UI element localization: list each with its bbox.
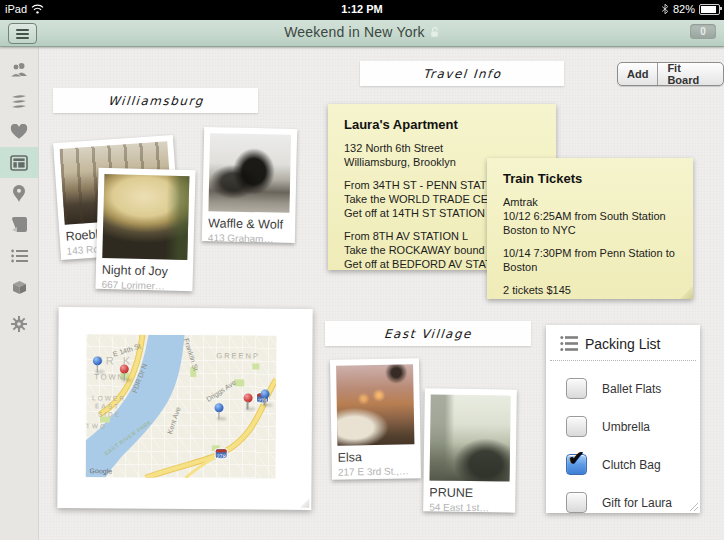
checklist-label: Ballet Flats: [602, 382, 661, 396]
board-canvas[interactable]: Williamsburg Travel Info East Village Ad…: [0, 0, 724, 540]
photo-card-waffle-and-wolf[interactable]: Waffle & Wolf 413 Graham…: [202, 127, 297, 243]
list-icon: [11, 249, 28, 263]
sidebar-item-boards[interactable]: [0, 147, 38, 178]
group-label-text: East Village: [383, 327, 472, 341]
checklist-label: Clutch Bag: [602, 458, 661, 472]
unlock-icon: [429, 26, 440, 38]
list-icon: [560, 335, 578, 352]
packing-list-title: Packing List: [585, 336, 660, 352]
photo-address: 217 E 3rd St.,…: [338, 465, 415, 477]
checklist-item: ✔ Ballet Flats: [566, 378, 700, 399]
note-line: 2 tickets $145: [503, 283, 677, 297]
map-pin-icon: [12, 185, 26, 202]
checkbox-ballet-flats[interactable]: ✔: [566, 378, 587, 399]
checklist-item: ✔ Gift for Laura: [566, 492, 700, 513]
map-card[interactable]: E 14th St FDR Dr N Franklin St Kent Ave …: [57, 307, 312, 510]
map-image: E 14th St FDR Dr N Franklin St Kent Ave …: [86, 334, 277, 478]
map-area-label: SIDE: [98, 410, 121, 417]
add-button[interactable]: Add: [618, 63, 657, 85]
board-title-row[interactable]: Weekend in New York: [0, 24, 724, 40]
highway-shield-278: 278: [215, 448, 228, 459]
red-map-pin: [243, 394, 252, 403]
bluetooth-icon: [661, 3, 669, 15]
checkbox-umbrella[interactable]: ✔: [566, 416, 587, 437]
map-area-label: EAST: [95, 402, 120, 409]
checklist-item: ✔ Clutch Bag: [566, 454, 700, 475]
blue-map-pin: [260, 389, 269, 398]
sidebar-item-settings[interactable]: [0, 308, 38, 339]
photo-card-prune[interactable]: PRUNE 54 East 1st…: [423, 388, 517, 512]
group-label-text: Travel Info: [422, 67, 502, 81]
note-line: 10/14 7:30PM from Penn Station to Boston: [503, 246, 677, 274]
photo-card-elsa[interactable]: Elsa 217 E 3rd St.,…: [330, 358, 421, 480]
clock: 1:12 PM: [0, 3, 724, 15]
title-bar: Weekend in New York 0: [0, 20, 724, 47]
photo-address: 54 East 1st…: [429, 501, 509, 513]
checklist-label: Umbrella: [602, 420, 650, 434]
sidebar: [0, 46, 39, 540]
map-area-label: TWO: [86, 422, 107, 429]
red-map-pin: [120, 364, 129, 373]
note-line: [503, 274, 677, 283]
photo-title: Night of Joy: [102, 263, 187, 279]
sidebar-item-collaborators[interactable]: [0, 54, 38, 85]
note-icon: [11, 217, 27, 232]
fit-board-button[interactable]: Fit Board: [657, 63, 723, 85]
sidebar-item-places[interactable]: [0, 178, 38, 209]
photo-title: Waffle & Wolf: [208, 216, 289, 232]
photo-card-night-of-joy[interactable]: Night of Joy 667 Lorimer…: [95, 168, 195, 291]
heart-icon: [10, 124, 28, 140]
blue-map-pin: [93, 357, 102, 366]
sidebar-item-notes[interactable]: [0, 209, 38, 240]
note-title: Train Tickets: [503, 171, 677, 186]
box-icon: [11, 279, 28, 294]
photo-address: 413 Graham…: [208, 232, 289, 245]
photo-title: PRUNE: [429, 485, 509, 500]
photo-elsa: [336, 364, 414, 445]
note-line: [503, 237, 677, 246]
sidebar-item-lists[interactable]: [0, 240, 38, 271]
map-area-label: GREENP: [216, 351, 260, 360]
group-label-text: Williamsburg: [107, 94, 204, 108]
checklist-label: Gift for Laura: [602, 496, 672, 510]
map-area-label: LOWER: [92, 394, 126, 401]
board-icon: [10, 155, 28, 171]
sidebar-item-archive[interactable]: [0, 271, 38, 302]
app-window: iPad 1:12 PM 82% Weekend in New York: [0, 0, 724, 540]
layers-icon: [10, 94, 28, 108]
battery-icon: [699, 4, 720, 15]
photo-waffle-and-wolf: [208, 133, 291, 213]
page-title: Weekend in New York: [284, 24, 425, 40]
group-label-travel-info[interactable]: Travel Info: [360, 61, 564, 86]
sticky-note-train-tickets[interactable]: Train Tickets Amtrak 10/12 6:25AM from S…: [487, 158, 693, 299]
note-line: 10/12 6:25AM from South Station Boston t…: [503, 209, 677, 237]
sidebar-item-layers[interactable]: [0, 85, 38, 116]
packing-list-card[interactable]: Packing List ✔ Ballet Flats ✔ Umbrella ✔…: [546, 325, 700, 513]
checklist-item: ✔ Umbrella: [566, 416, 700, 437]
photo-title: Elsa: [338, 449, 415, 464]
board-actions: Add Fit Board: [617, 62, 724, 86]
group-label-williamsburg[interactable]: Williamsburg: [53, 88, 258, 113]
blue-map-pin: [214, 403, 223, 412]
gear-icon: [11, 316, 27, 332]
photo-prune: [430, 394, 511, 481]
checkbox-clutch-bag[interactable]: ✔: [566, 454, 587, 475]
photo-address: 667 Lorimer…: [101, 279, 186, 292]
checkbox-gift-for-laura[interactable]: ✔: [566, 492, 587, 513]
photo-night-of-joy: [102, 174, 189, 260]
note-line: 132 North 6th Street: [344, 141, 540, 155]
battery-percent: 82%: [673, 3, 695, 15]
people-icon: [9, 62, 29, 78]
status-bar: iPad 1:12 PM 82%: [0, 0, 724, 20]
group-label-east-village[interactable]: East Village: [325, 321, 531, 346]
sidebar-item-favorites[interactable]: [0, 116, 38, 147]
note-line: Amtrak: [503, 195, 677, 209]
notification-badge[interactable]: 0: [690, 24, 716, 39]
note-title: Laura's Apartment: [344, 117, 540, 132]
map-attribution: Google: [90, 467, 113, 474]
